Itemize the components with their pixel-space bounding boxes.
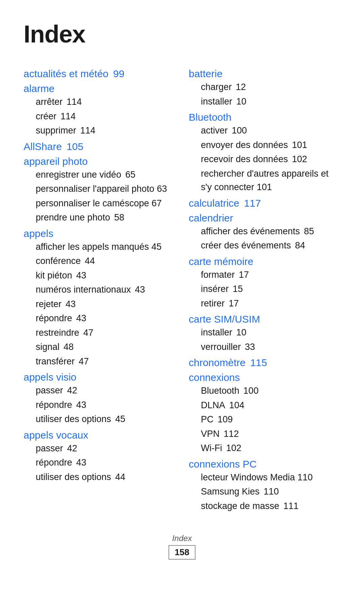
sub-entry-item: envoyer des données101 [189, 138, 340, 152]
sub-entry-item: Samsung Kies110 [189, 485, 340, 499]
sub-entry-number: 111 [283, 499, 299, 513]
sub-entry-number: 110 [264, 485, 279, 499]
sub-entry-number: 43 [76, 398, 86, 412]
sub-entry-label: retirer [201, 297, 225, 310]
category-number: 105 [66, 141, 83, 152]
sub-entry-item: supprimer114 [24, 124, 175, 138]
sub-entry-number: 44 [85, 254, 95, 268]
sub-entry-item: formater17 [189, 268, 340, 282]
sub-entry-label: prendre une photo [36, 211, 110, 225]
category-label: actualités et météo [24, 68, 109, 80]
category-label: calculatrice [189, 198, 239, 209]
sub-entry-wrap-item: lecteur Windows Media 110 [189, 471, 340, 484]
sub-entry-number: 65 [125, 168, 135, 182]
sub-entry-number: 114 [80, 124, 95, 138]
sub-entry-label: arrêter [36, 95, 63, 109]
left-column: actualités et météo99alarmearrêter114cré… [24, 65, 175, 513]
sub-entry-label: transférer [36, 355, 75, 368]
category-item: chronomètre115 [189, 357, 340, 368]
sub-entry-label: recevoir des données [201, 152, 288, 166]
sub-entry-wrap-item: personnaliser le caméscope 67 [24, 197, 175, 210]
sub-entry-item: kit piéton43 [24, 269, 175, 282]
sub-entry-item: signal48 [24, 340, 175, 354]
sub-entry-wrap-item: afficher les appels manqués 45 [24, 240, 175, 254]
sub-entry-item: afficher des événements85 [189, 225, 340, 238]
category-item: connexions [189, 372, 340, 383]
sub-entry-number: 47 [83, 326, 93, 340]
category-item: appareil photo [24, 156, 175, 167]
sub-entry-item: activer100 [189, 124, 340, 138]
category-item: carte SIM/USIM [189, 314, 340, 325]
sub-entry-item: Bluetooth100 [189, 384, 340, 398]
category-item: appels vocaux [24, 429, 175, 441]
category-label: appels [24, 228, 53, 239]
category-number: 99 [113, 68, 124, 80]
sub-entry-number: 10 [236, 95, 246, 109]
sub-entry-item: verrouiller33 [189, 340, 340, 354]
sub-entry-label: répondre [36, 311, 72, 325]
sub-entry-number: 33 [245, 340, 255, 354]
category-number: 115 [250, 357, 267, 368]
sub-entry-item: conférence44 [24, 254, 175, 268]
sub-entry-number: 10 [236, 326, 246, 339]
sub-entry-number: 48 [64, 340, 74, 354]
sub-entry-label: charger [201, 80, 232, 94]
page-footer: Index 158 [24, 534, 340, 560]
sub-entry-item: Wi-Fi102 [189, 441, 340, 455]
category-label: connexions PC [189, 458, 257, 470]
sub-entry-item: insérer15 [189, 282, 340, 296]
sub-entry-label: installer [201, 95, 232, 109]
sub-entry-number: 43 [76, 456, 86, 470]
category-item: Bluetooth [189, 112, 340, 123]
sub-entry-item: installer10 [189, 95, 340, 109]
page-number: 158 [169, 545, 195, 560]
sub-entry-item: charger12 [189, 80, 340, 94]
sub-entry-number: 17 [229, 297, 239, 310]
sub-entry-item: répondre43 [24, 456, 175, 470]
sub-entry-item: DLNA104 [189, 398, 340, 412]
sub-entry-number: 104 [229, 398, 244, 412]
sub-entry-item: répondre43 [24, 311, 175, 325]
sub-entry-item: utiliser des options44 [24, 470, 175, 484]
sub-entry-item: numéros internationaux43 [24, 283, 175, 297]
sub-entry-label: formater [201, 268, 235, 282]
sub-entry-number: 114 [67, 95, 82, 109]
sub-entry-number: 100 [243, 384, 259, 398]
sub-entry-item: retirer17 [189, 297, 340, 310]
footer-label: Index [24, 534, 340, 543]
sub-entry-item: PC109 [189, 413, 340, 426]
page-title: Index [24, 20, 340, 48]
sub-entry-item: rejeter43 [24, 297, 175, 311]
sub-entry-label: DLNA [201, 398, 225, 412]
category-item: AllShare105 [24, 141, 175, 152]
sub-entry-number: 84 [295, 239, 305, 252]
sub-entry-label: VPN [201, 427, 220, 441]
index-columns: actualités et météo99alarmearrêter114cré… [24, 65, 340, 513]
sub-entry-number: 100 [232, 124, 247, 138]
sub-entry-label: afficher des événements [201, 225, 300, 238]
sub-entry-item: arrêter114 [24, 95, 175, 109]
sub-entry-number: 102 [292, 152, 307, 166]
sub-entry-label: créer [36, 110, 57, 123]
category-number: 117 [244, 198, 261, 209]
sub-entry-label: répondre [36, 456, 72, 470]
sub-entry-label: conférence [36, 254, 81, 268]
sub-entry-label: Samsung Kies [201, 485, 260, 499]
sub-entry-label: stockage de masse [201, 499, 279, 513]
sub-entry-number: 44 [115, 470, 125, 484]
sub-entry-label: installer [201, 326, 232, 339]
sub-entry-item: VPN112 [189, 427, 340, 441]
category-label: AllShare [24, 141, 62, 152]
category-label: alarme [24, 83, 55, 94]
sub-entry-label: supprimer [36, 124, 76, 138]
sub-entry-label: verrouiller [201, 340, 241, 354]
right-column: batteriecharger12installer10Bluetoothact… [189, 65, 340, 513]
sub-entry-label: envoyer des données [201, 138, 288, 152]
category-label: chronomètre [189, 357, 245, 368]
category-item: carte mémoire [189, 256, 340, 267]
category-label: carte mémoire [189, 256, 253, 267]
category-item: appels visio [24, 371, 175, 383]
sub-entry-item: enregistrer une vidéo65 [24, 168, 175, 182]
sub-entry-label: numéros internationaux [36, 283, 131, 297]
sub-entry-label: rejeter [36, 297, 62, 311]
